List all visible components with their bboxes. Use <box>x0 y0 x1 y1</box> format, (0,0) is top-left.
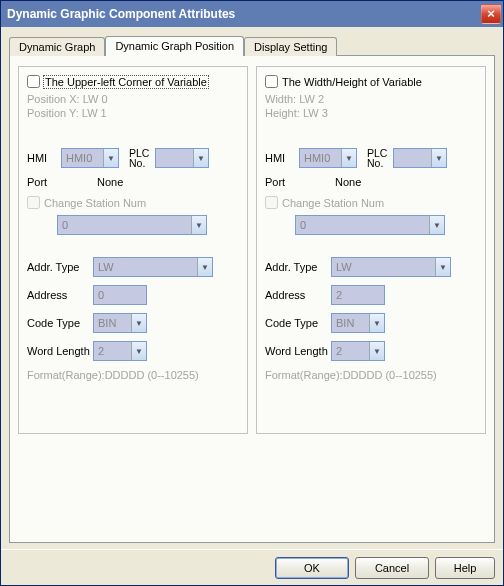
address-label-right: Address <box>265 289 331 301</box>
code-type-value-left: BIN <box>98 317 116 329</box>
addr-type-combo-left[interactable]: LW ▼ <box>93 257 213 277</box>
port-value-right: None <box>335 176 361 188</box>
chevron-down-icon: ▼ <box>191 216 206 234</box>
addr-type-label-right: Addr. Type <box>265 261 331 273</box>
plc-no-label-left: PLC No. <box>129 148 155 168</box>
window-title: Dynamic Graphic Component Attributes <box>7 7 481 21</box>
code-type-combo-right[interactable]: BIN ▼ <box>331 313 385 333</box>
titlebar: Dynamic Graphic Component Attributes × <box>1 1 503 27</box>
address-field-right[interactable]: 2 <box>331 285 385 305</box>
chevron-down-icon: ▼ <box>131 342 146 360</box>
plc-no-combo-right[interactable]: ▼ <box>393 148 447 168</box>
word-length-value-right: 2 <box>336 345 342 357</box>
plc-no-label-right: PLC No. <box>367 148 393 168</box>
tab-dynamic-graph[interactable]: Dynamic Graph <box>9 37 105 56</box>
checkbox-change-station-left[interactable] <box>27 196 40 209</box>
addr-type-label-left: Addr. Type <box>27 261 93 273</box>
addr-type-value-right: LW <box>336 261 352 273</box>
change-station-label-left: Change Station Num <box>44 197 146 209</box>
ok-button[interactable]: OK <box>275 557 349 579</box>
hmi-combo-right[interactable]: HMI0 ▼ <box>299 148 357 168</box>
checkbox-label-width-height: The Width/Height of Variable <box>282 76 422 88</box>
chevron-down-icon: ▼ <box>341 149 356 167</box>
change-station-label-right: Change Station Num <box>282 197 384 209</box>
code-type-value-right: BIN <box>336 317 354 329</box>
addr-type-combo-right[interactable]: LW ▼ <box>331 257 451 277</box>
cancel-button[interactable]: Cancel <box>355 557 429 579</box>
format-text-right: Format(Range):DDDDD (0--10255) <box>265 369 477 381</box>
help-button[interactable]: Help <box>435 557 495 579</box>
address-label-left: Address <box>27 289 93 301</box>
position-x-text: Position X: LW 0 <box>27 92 239 106</box>
tab-panel: The Upper-left Corner of Variable Positi… <box>9 55 495 543</box>
tab-strip: Dynamic Graph Dynamic Graph Position Dis… <box>9 33 495 55</box>
format-text-left: Format(Range):DDDDD (0--10255) <box>27 369 239 381</box>
checkbox-label-upper-left: The Upper-left Corner of Variable <box>44 76 208 88</box>
word-length-combo-left[interactable]: 2 ▼ <box>93 341 147 361</box>
station-combo-right[interactable]: 0 ▼ <box>295 215 445 235</box>
port-label-left: Port <box>27 176 97 188</box>
chevron-down-icon: ▼ <box>197 258 212 276</box>
chevron-down-icon: ▼ <box>103 149 118 167</box>
close-button[interactable]: × <box>481 4 501 24</box>
client-area: Dynamic Graph Dynamic Graph Position Dis… <box>1 27 503 549</box>
chevron-down-icon: ▼ <box>431 149 446 167</box>
word-length-combo-right[interactable]: 2 ▼ <box>331 341 385 361</box>
address-field-left[interactable]: 0 <box>93 285 147 305</box>
hmi-value-left: HMI0 <box>66 152 92 164</box>
chevron-down-icon: ▼ <box>429 216 444 234</box>
address-value-right: 2 <box>336 289 342 301</box>
code-type-label-left: Code Type <box>27 317 93 329</box>
address-value-left: 0 <box>98 289 104 301</box>
width-text: Width: LW 2 <box>265 92 477 106</box>
button-bar: OK Cancel Help <box>1 549 503 585</box>
station-combo-left[interactable]: 0 ▼ <box>57 215 207 235</box>
chevron-down-icon: ▼ <box>131 314 146 332</box>
word-length-label-left: Word Length <box>27 345 93 357</box>
word-length-label-right: Word Length <box>265 345 331 357</box>
tab-dynamic-graph-position[interactable]: Dynamic Graph Position <box>105 36 244 56</box>
hmi-label-right: HMI <box>265 152 299 164</box>
chevron-down-icon: ▼ <box>369 314 384 332</box>
dialog-window: Dynamic Graphic Component Attributes × D… <box>0 0 504 586</box>
port-value-left: None <box>97 176 123 188</box>
addr-type-value-left: LW <box>98 261 114 273</box>
station-value-left: 0 <box>62 219 68 231</box>
hmi-combo-left[interactable]: HMI0 ▼ <box>61 148 119 168</box>
hmi-label-left: HMI <box>27 152 61 164</box>
group-upper-left-corner: The Upper-left Corner of Variable Positi… <box>18 66 248 434</box>
checkbox-width-height[interactable] <box>265 75 278 88</box>
position-y-text: Position Y: LW 1 <box>27 106 239 120</box>
word-length-value-left: 2 <box>98 345 104 357</box>
code-type-label-right: Code Type <box>265 317 331 329</box>
size-info: Width: LW 2 Height: LW 3 <box>265 92 477 120</box>
chevron-down-icon: ▼ <box>369 342 384 360</box>
plc-no-combo-left[interactable]: ▼ <box>155 148 209 168</box>
checkbox-change-station-right[interactable] <box>265 196 278 209</box>
chevron-down-icon: ▼ <box>193 149 208 167</box>
checkbox-upper-left-corner[interactable] <box>27 75 40 88</box>
code-type-combo-left[interactable]: BIN ▼ <box>93 313 147 333</box>
chevron-down-icon: ▼ <box>435 258 450 276</box>
hmi-value-right: HMI0 <box>304 152 330 164</box>
port-label-right: Port <box>265 176 335 188</box>
height-text: Height: LW 3 <box>265 106 477 120</box>
station-value-right: 0 <box>300 219 306 231</box>
group-width-height: The Width/Height of Variable Width: LW 2… <box>256 66 486 434</box>
position-info: Position X: LW 0 Position Y: LW 1 <box>27 92 239 120</box>
tab-display-setting[interactable]: Display Setting <box>244 37 337 56</box>
